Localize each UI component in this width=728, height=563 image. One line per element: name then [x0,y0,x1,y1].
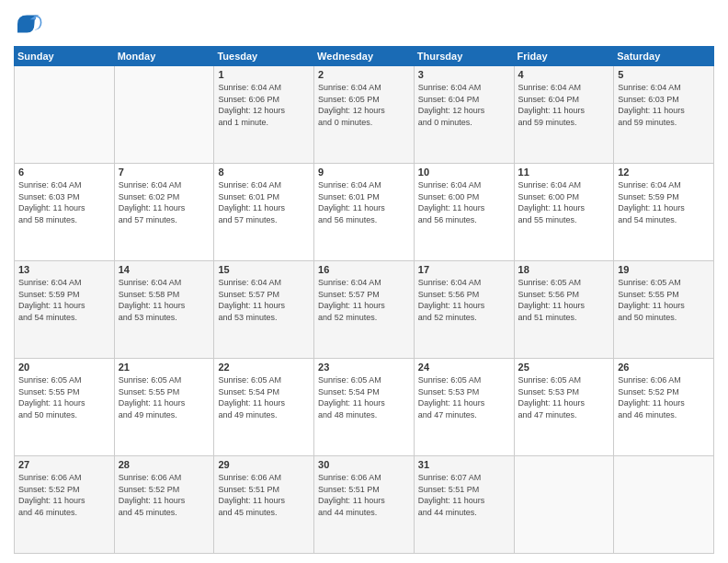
calendar-cell-w5-d2: 28Sunrise: 6:06 AMSunset: 5:52 PMDayligh… [114,456,214,554]
day-info: Sunrise: 6:05 AMSunset: 5:56 PMDaylight:… [518,277,610,323]
calendar-cell-w5-d7 [614,456,714,554]
day-number: 31 [418,459,510,470]
day-info: Sunrise: 6:05 AMSunset: 5:53 PMDaylight:… [518,374,610,420]
day-info: Sunrise: 6:06 AMSunset: 5:51 PMDaylight:… [318,472,410,518]
day-number: 3 [418,69,510,80]
col-sunday: Sunday [15,47,115,66]
col-thursday: Thursday [414,47,514,66]
calendar-cell-w2-d4: 9Sunrise: 6:04 AMSunset: 6:01 PMDaylight… [314,164,415,261]
week-row-5: 27Sunrise: 6:06 AMSunset: 5:52 PMDayligh… [15,456,714,554]
day-number: 17 [418,264,510,275]
week-row-3: 13Sunrise: 6:04 AMSunset: 5:59 PMDayligh… [15,261,714,359]
day-number: 10 [418,167,510,178]
day-number: 24 [418,362,510,373]
calendar-cell-w5-d5: 31Sunrise: 6:07 AMSunset: 5:51 PMDayligh… [414,456,514,554]
calendar-cell-w3-d3: 15Sunrise: 6:04 AMSunset: 5:57 PMDayligh… [214,261,314,359]
col-friday: Friday [514,47,614,66]
calendar-cell-w3-d5: 17Sunrise: 6:04 AMSunset: 5:56 PMDayligh… [414,261,514,359]
day-info: Sunrise: 6:05 AMSunset: 5:53 PMDaylight:… [418,374,510,420]
page: Sunday Monday Tuesday Wednesday Thursday… [0,0,728,563]
day-number: 7 [119,167,210,178]
week-row-4: 20Sunrise: 6:05 AMSunset: 5:55 PMDayligh… [15,359,714,456]
day-info: Sunrise: 6:04 AMSunset: 6:00 PMDaylight:… [518,179,610,225]
day-info: Sunrise: 6:04 AMSunset: 5:59 PMDaylight:… [18,277,110,323]
day-info: Sunrise: 6:05 AMSunset: 5:54 PMDaylight:… [318,374,410,420]
day-number: 19 [618,264,710,275]
calendar-cell-w1-d7: 5Sunrise: 6:04 AMSunset: 6:03 PMDaylight… [614,66,714,164]
calendar-cell-w3-d6: 18Sunrise: 6:05 AMSunset: 5:56 PMDayligh… [514,261,614,359]
day-info: Sunrise: 6:04 AMSunset: 6:05 PMDaylight:… [318,82,410,128]
col-tuesday: Tuesday [214,47,314,66]
day-number: 4 [518,69,610,80]
calendar-cell-w1-d4: 2Sunrise: 6:04 AMSunset: 6:05 PMDaylight… [314,66,415,164]
col-wednesday: Wednesday [314,47,415,66]
day-number: 22 [218,362,310,373]
calendar-cell-w4-d1: 20Sunrise: 6:05 AMSunset: 5:55 PMDayligh… [15,359,115,456]
col-saturday: Saturday [614,47,714,66]
day-number: 12 [618,167,710,178]
calendar-cell-w2-d7: 12Sunrise: 6:04 AMSunset: 5:59 PMDayligh… [614,164,714,261]
day-info: Sunrise: 6:04 AMSunset: 6:01 PMDaylight:… [218,179,310,225]
day-info: Sunrise: 6:04 AMSunset: 5:59 PMDaylight:… [618,179,710,225]
day-number: 16 [318,264,410,275]
calendar-cell-w4-d3: 22Sunrise: 6:05 AMSunset: 5:54 PMDayligh… [214,359,314,456]
calendar-cell-w1-d6: 4Sunrise: 6:04 AMSunset: 6:04 PMDaylight… [514,66,614,164]
day-info: Sunrise: 6:04 AMSunset: 6:03 PMDaylight:… [618,82,710,128]
day-info: Sunrise: 6:04 AMSunset: 6:03 PMDaylight:… [18,179,110,225]
day-info: Sunrise: 6:05 AMSunset: 5:55 PMDaylight:… [618,277,710,323]
day-info: Sunrise: 6:06 AMSunset: 5:51 PMDaylight:… [218,472,310,518]
day-info: Sunrise: 6:06 AMSunset: 5:52 PMDaylight:… [119,472,210,518]
calendar-cell-w4-d7: 26Sunrise: 6:06 AMSunset: 5:52 PMDayligh… [614,359,714,456]
day-info: Sunrise: 6:04 AMSunset: 6:02 PMDaylight:… [119,179,210,225]
calendar-cell-w2-d6: 11Sunrise: 6:04 AMSunset: 6:00 PMDayligh… [514,164,614,261]
day-number: 29 [218,459,310,470]
calendar-cell-w1-d2 [114,66,214,164]
day-info: Sunrise: 6:04 AMSunset: 6:04 PMDaylight:… [418,82,510,128]
calendar-cell-w1-d1 [15,66,115,164]
calendar-cell-w2-d1: 6Sunrise: 6:04 AMSunset: 6:03 PMDaylight… [15,164,115,261]
day-info: Sunrise: 6:04 AMSunset: 6:06 PMDaylight:… [218,82,310,128]
day-info: Sunrise: 6:06 AMSunset: 5:52 PMDaylight:… [18,472,110,518]
day-info: Sunrise: 6:05 AMSunset: 5:55 PMDaylight:… [18,374,110,420]
calendar-cell-w2-d5: 10Sunrise: 6:04 AMSunset: 6:00 PMDayligh… [414,164,514,261]
day-number: 30 [318,459,410,470]
day-number: 25 [518,362,610,373]
logo [14,9,47,39]
calendar-cell-w3-d1: 13Sunrise: 6:04 AMSunset: 5:59 PMDayligh… [15,261,115,359]
logo-icon [14,9,43,39]
calendar-cell-w5-d3: 29Sunrise: 6:06 AMSunset: 5:51 PMDayligh… [214,456,314,554]
header-row: Sunday Monday Tuesday Wednesday Thursday… [15,47,714,66]
calendar: Sunday Monday Tuesday Wednesday Thursday… [14,46,714,554]
day-number: 20 [18,362,110,373]
day-info: Sunrise: 6:04 AMSunset: 5:57 PMDaylight:… [318,277,410,323]
day-number: 2 [318,69,410,80]
day-number: 1 [218,69,310,80]
calendar-cell-w3-d2: 14Sunrise: 6:04 AMSunset: 5:58 PMDayligh… [114,261,214,359]
day-number: 26 [618,362,710,373]
calendar-cell-w4-d4: 23Sunrise: 6:05 AMSunset: 5:54 PMDayligh… [314,359,415,456]
day-info: Sunrise: 6:04 AMSunset: 6:04 PMDaylight:… [518,82,610,128]
day-number: 21 [119,362,210,373]
day-number: 27 [18,459,110,470]
day-number: 23 [318,362,410,373]
day-info: Sunrise: 6:04 AMSunset: 5:58 PMDaylight:… [119,277,210,323]
day-number: 11 [518,167,610,178]
calendar-cell-w4-d5: 24Sunrise: 6:05 AMSunset: 5:53 PMDayligh… [414,359,514,456]
day-info: Sunrise: 6:04 AMSunset: 6:01 PMDaylight:… [318,179,410,225]
calendar-cell-w2-d3: 8Sunrise: 6:04 AMSunset: 6:01 PMDaylight… [214,164,314,261]
calendar-cell-w4-d2: 21Sunrise: 6:05 AMSunset: 5:55 PMDayligh… [114,359,214,456]
day-number: 8 [218,167,310,178]
week-row-2: 6Sunrise: 6:04 AMSunset: 6:03 PMDaylight… [15,164,714,261]
day-info: Sunrise: 6:07 AMSunset: 5:51 PMDaylight:… [418,472,510,518]
calendar-cell-w1-d3: 1Sunrise: 6:04 AMSunset: 6:06 PMDaylight… [214,66,314,164]
calendar-cell-w3-d4: 16Sunrise: 6:04 AMSunset: 5:57 PMDayligh… [314,261,415,359]
header [14,9,714,39]
day-number: 15 [218,264,310,275]
day-number: 28 [119,459,210,470]
col-monday: Monday [114,47,214,66]
day-number: 14 [119,264,210,275]
week-row-1: 1Sunrise: 6:04 AMSunset: 6:06 PMDaylight… [15,66,714,164]
day-number: 6 [18,167,110,178]
day-info: Sunrise: 6:04 AMSunset: 5:56 PMDaylight:… [418,277,510,323]
day-info: Sunrise: 6:04 AMSunset: 6:00 PMDaylight:… [418,179,510,225]
